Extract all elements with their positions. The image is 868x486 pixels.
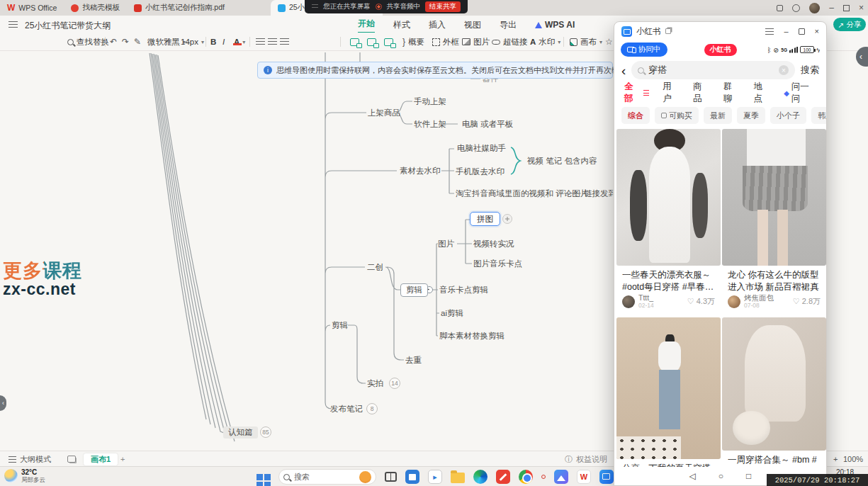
chip-comprehensive[interactable]: 综合 xyxy=(621,107,650,124)
mindmap-count-badge[interactable]: 85 xyxy=(260,426,271,438)
author-avatar[interactable] xyxy=(622,295,635,308)
tab-places[interactable]: 地点 xyxy=(753,81,770,105)
watermark-button[interactable]: A水印▾ xyxy=(530,33,560,51)
insert-subtopic-button[interactable] xyxy=(367,33,376,51)
wps-icon[interactable]: W xyxy=(577,470,591,484)
mindmap-node-edit-box[interactable]: 剪辑 xyxy=(400,283,428,297)
note-card[interactable]: 一周穿搭合集～ #bm #春季穿搭 #每日穿搭 #日… xyxy=(722,317,826,476)
menu-style[interactable]: 样式 xyxy=(393,16,410,34)
zoom-level[interactable]: 100% xyxy=(843,451,863,467)
font-size-select[interactable]: 14px▾ xyxy=(181,33,204,51)
outline-mode-button[interactable]: 大纲模式 xyxy=(9,451,51,467)
duplicate-window-icon[interactable] xyxy=(665,28,671,34)
tab-pdf-guide[interactable]: 小红书笔记创作指南.pdf xyxy=(127,0,232,16)
chip-buyable[interactable]: 可购买 xyxy=(655,107,699,124)
close-button[interactable]: × xyxy=(859,3,864,13)
format-painter-button[interactable]: ✎ xyxy=(134,33,141,51)
start-button[interactable] xyxy=(257,474,263,480)
align-right-button[interactable] xyxy=(280,33,289,51)
italic-button[interactable]: I xyxy=(222,33,225,51)
chip-summer[interactable]: 夏季 xyxy=(737,107,765,124)
search-submit-button[interactable]: 搜索 xyxy=(801,64,819,77)
mindmap-node-manual-list[interactable]: 手动上架 xyxy=(414,96,446,107)
wechat-active-highlight[interactable] xyxy=(541,475,546,479)
file-explorer-icon[interactable] xyxy=(451,473,465,483)
nav-home-button[interactable]: ○ xyxy=(718,471,723,481)
mindmap-node-link-send[interactable]: 链接发到 xyxy=(584,188,616,199)
chip-newest[interactable]: 最新 xyxy=(704,107,732,124)
share-button[interactable]: ↗ 分享 xyxy=(833,18,866,31)
font-color-button[interactable]: A▾ xyxy=(234,33,245,51)
phone-menu-icon[interactable] xyxy=(765,28,774,35)
chip-petite[interactable]: 小个子 xyxy=(770,107,806,124)
tab-users[interactable]: 用户 xyxy=(663,81,680,105)
mindmap-node-pc-social-helper[interactable]: 电脑社媒助手 xyxy=(457,142,506,154)
nav-back-button[interactable]: ◁ xyxy=(689,471,696,481)
mindmap-node-video-note-content[interactable]: 视频 笔记 包含内容 xyxy=(527,155,597,166)
menu-home[interactable]: 开始 xyxy=(358,16,375,34)
mindmap-node-image-music-beat[interactable]: 图片音乐卡点 xyxy=(473,258,522,269)
mindmap-node-mobile-remove[interactable]: 手机版去水印 xyxy=(456,166,505,177)
minimize-button[interactable]: – xyxy=(829,3,834,13)
back-icon[interactable]: ‹ xyxy=(621,64,626,77)
summary-button[interactable]: }概要 xyxy=(402,33,424,51)
taskbar-search[interactable]: 搜索 xyxy=(278,469,376,485)
note-card[interactable]: 一些春天的漂亮衣服～ #ootd每日穿搭 #早春… Tttt_02-14 ♡4.… xyxy=(616,129,721,310)
mindmap-node-video-to-live[interactable]: 视频转实况 xyxy=(473,238,514,249)
mindmap-count-badge[interactable]: 14 xyxy=(389,378,400,389)
favorite-star-button[interactable]: ☆ xyxy=(605,33,613,51)
phone-minimize-button[interactable]: – xyxy=(784,27,788,35)
menu-wps-ai[interactable]: WPS AI xyxy=(535,16,575,34)
menu-insert[interactable]: 插入 xyxy=(429,16,446,34)
add-canvas-button[interactable]: + xyxy=(120,451,125,467)
mindmap-node-software-list[interactable]: 软件上架 xyxy=(414,118,446,130)
author-name[interactable]: 烤焦面包 xyxy=(744,294,774,302)
mindmap-node-music-beat-edit[interactable]: 音乐卡点剪辑 xyxy=(439,284,488,295)
tab-goods[interactable]: 商品 xyxy=(693,81,710,105)
store-icon[interactable] xyxy=(405,470,419,484)
insert-image-button[interactable]: 图片 xyxy=(462,33,490,51)
zoom-in-button[interactable]: + xyxy=(833,451,838,467)
tab-all[interactable]: 全部 xyxy=(624,81,649,105)
find-replace-button[interactable]: 查找替换 xyxy=(67,33,109,51)
font-family-select[interactable]: 微软雅黑▾ xyxy=(147,33,186,51)
tab-wps-office[interactable]: W WPS Office xyxy=(0,0,64,16)
mindmap-node-second-creation[interactable]: 二创 xyxy=(367,261,383,273)
mindmap-node-list-products[interactable]: 上架商品 xyxy=(368,107,400,118)
insert-parent-topic-button[interactable] xyxy=(384,33,393,51)
undo-button[interactable]: ↶ xyxy=(110,33,117,51)
phone-mirror-icon[interactable] xyxy=(599,470,614,484)
maximize-button[interactable] xyxy=(843,5,850,11)
mindmap-count-badge[interactable]: 8 xyxy=(366,403,378,414)
hyperlink-button[interactable]: 超链接 xyxy=(492,33,528,51)
tab-ask[interactable]: ◆问一问 xyxy=(784,81,816,105)
mindmap-node-script-replace-edit[interactable]: 脚本素材替换剪辑 xyxy=(439,330,505,341)
stop-share-button[interactable]: 结束共享 xyxy=(425,1,461,12)
left-panel-handle[interactable]: ‹ xyxy=(0,395,6,411)
edge-browser-icon[interactable] xyxy=(473,470,487,484)
phone-close-button[interactable]: × xyxy=(815,27,819,35)
red-app-icon[interactable] xyxy=(496,470,510,484)
clear-search-icon[interactable]: × xyxy=(779,65,789,75)
author-avatar[interactable] xyxy=(728,295,740,308)
mindmap-node-pc-or-tablet[interactable]: 电脑 或者平板 xyxy=(462,118,513,130)
mindmap-node-real-shoot[interactable]: 实拍 xyxy=(367,378,383,389)
mindmap-node-dedupe[interactable]: 去重 xyxy=(405,354,422,366)
outer-frame-button[interactable]: 外框 xyxy=(432,33,459,51)
like-count[interactable]: ♡4.3万 xyxy=(687,296,715,307)
bold-button[interactable]: B xyxy=(210,33,216,51)
canvas-tab[interactable]: 画布1 xyxy=(84,451,118,467)
rights-info[interactable]: ⓘ权益说明 xyxy=(565,451,607,467)
note-card[interactable]: 分享一下我的夏天穿搭合 xyxy=(616,317,721,473)
right-panel-handle[interactable]: ‹ xyxy=(856,47,868,67)
taskbar-weather-widget[interactable]: 32°C局部多云 xyxy=(4,468,45,483)
phone-restore-button[interactable] xyxy=(799,28,805,35)
media-player-icon[interactable]: ▸ xyxy=(428,470,442,484)
account-avatar[interactable] xyxy=(809,3,820,13)
mindmap-node-publish-note[interactable]: 发布笔记 xyxy=(330,403,363,414)
nav-recents-button[interactable]: □ xyxy=(746,471,751,481)
search-input[interactable]: 穿搭 × xyxy=(631,61,795,79)
mindmap-node-edit[interactable]: 剪辑 xyxy=(332,320,348,331)
mindmap-node-remove-watermark[interactable]: 素材去水印 xyxy=(400,165,441,176)
mindmap-node-ai-edit[interactable]: ai剪辑 xyxy=(441,307,463,319)
